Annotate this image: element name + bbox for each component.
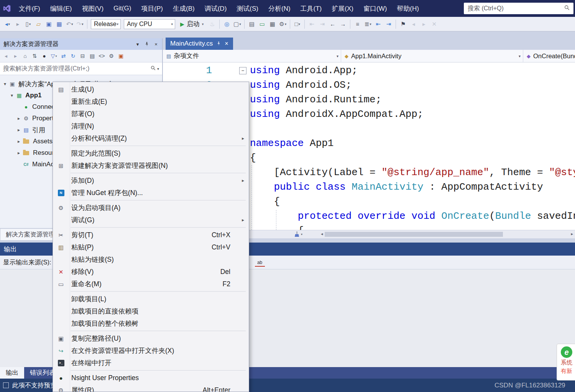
pin-icon[interactable]: [217, 40, 221, 48]
menubar-item-file[interactable]: 文件(F): [14, 0, 45, 17]
shift-left-icon[interactable]: ⇤: [307, 19, 317, 30]
menubar-item-debug[interactable]: 调试(D): [200, 0, 232, 17]
show-all-files-icon[interactable]: ▤: [87, 51, 97, 61]
document-outline-icon[interactable]: ▢▾: [232, 19, 242, 30]
indent-increase-icon[interactable]: ⇥: [383, 19, 394, 30]
save-icon[interactable]: ▣: [44, 19, 54, 30]
solution-explorer-search-input[interactable]: 搜索解决方案资源管理器(Ctrl+;) ▾: [0, 62, 162, 75]
context-menu-item-remove[interactable]: ✕移除(V)Del: [53, 266, 249, 278]
close-icon[interactable]: ×: [225, 41, 228, 47]
context-menu-item-open-in-terminal[interactable]: >_在终端中打开: [53, 357, 249, 369]
find-in-files-icon[interactable]: ◎: [222, 19, 232, 30]
pending-changes-filter-icon[interactable]: ●: [39, 51, 49, 61]
breadcrumb-0[interactable]: ▤杂项文件▾: [163, 50, 341, 62]
preview-selected-items-icon[interactable]: ▣: [116, 51, 126, 61]
home-icon[interactable]: ⌂: [20, 51, 30, 61]
context-menu-item-add[interactable]: 添加(D)▸: [53, 174, 249, 187]
expand-arrow-icon[interactable]: ▸: [15, 116, 22, 121]
navigate-forward-icon[interactable]: ▸: [11, 51, 20, 61]
indent-decrease-icon[interactable]: ⇤: [373, 19, 383, 30]
scroll-right-icon[interactable]: ▸: [571, 231, 573, 236]
menubar-item-help[interactable]: 帮助(H): [392, 0, 424, 17]
context-menu-item-open-folder-in-file-explorer[interactable]: ↪在文件资源管理器中打开文件夹(X): [53, 344, 249, 357]
menubar-item-project[interactable]: 项目(P): [136, 0, 168, 17]
context-menu-item-manage-nuget-packages[interactable]: N管理 NuGet 程序包(N)...: [53, 187, 249, 199]
context-menu-item-properties[interactable]: ⚙属性(R)Alt+Enter: [53, 384, 249, 392]
context-menu-item-cut[interactable]: ✂剪切(T)Ctrl+X: [53, 229, 249, 241]
context-menu-item-load-entire-dependency-tree[interactable]: 加载项目的整个依赖树: [53, 317, 249, 330]
context-menu-item-copy-full-path[interactable]: ▣复制完整路径(U): [53, 332, 249, 344]
window-menu-icon[interactable]: ▾: [133, 40, 142, 48]
menubar-item-git[interactable]: Git(G): [108, 0, 136, 17]
filter-icon[interactable]: ▽▾: [49, 51, 59, 61]
new-file-icon[interactable]: ▯▾: [23, 19, 33, 30]
menubar-item-analyze[interactable]: 分析(N): [263, 0, 296, 17]
expand-arrow-icon[interactable]: ▾: [8, 93, 15, 98]
navigate-back-icon[interactable]: ◂: [1, 51, 11, 61]
solution-configurations-combo[interactable]: Release▾: [91, 19, 121, 29]
context-menu-item-paste-as-link[interactable]: 粘贴为链接(S): [53, 253, 249, 266]
context-menu-item-unload-project[interactable]: 卸载项目(L): [53, 293, 249, 305]
context-menu-item-scope-to-this[interactable]: 限定为此范围(S): [53, 147, 249, 159]
context-menu-item-build[interactable]: ▤生成(U): [53, 83, 249, 95]
expand-arrow-icon[interactable]: ▸: [15, 150, 22, 156]
pin-icon[interactable]: [142, 40, 151, 48]
menubar-item-edit[interactable]: 编辑(E): [45, 0, 77, 17]
comment-icon[interactable]: ≣▾: [363, 19, 373, 30]
breadcrumb-1[interactable]: ◆App1.MainActivity▾: [341, 50, 523, 62]
menubar-item-view[interactable]: 视图(V): [77, 0, 108, 17]
navigate-backward-icon[interactable]: ◂▾: [2, 19, 13, 30]
line-spacing-icon[interactable]: ≡: [352, 19, 363, 30]
context-menu-item-rebuild[interactable]: 重新生成(E): [53, 95, 249, 108]
menubar-item-window[interactable]: 窗口(W): [358, 0, 392, 17]
menubar-item-tools[interactable]: 工具(T): [296, 0, 327, 17]
expand-arrow-icon[interactable]: ▾: [2, 81, 8, 87]
solution-explorer-header[interactable]: 解决方案资源管理器 ▾ ×: [0, 38, 162, 50]
menubar-item-test[interactable]: 测试(S): [232, 0, 263, 17]
go-forward-icon[interactable]: →: [338, 19, 348, 30]
context-menu-item-paste[interactable]: ▥粘贴(P)Ctrl+V: [53, 241, 249, 253]
navigate-forward-icon[interactable]: ▸: [13, 19, 23, 30]
context-menu-item-clean[interactable]: 清理(N): [53, 120, 249, 132]
context-menu-item-set-as-startup-project[interactable]: ⚙设为启动项目(A): [53, 202, 249, 214]
context-menu-item-analyze-and-code-cleanup[interactable]: 分析和代码清理(Z)▸: [53, 132, 249, 144]
clear-bookmarks-icon[interactable]: ✕: [429, 19, 439, 30]
document-tab-mainactivity[interactable]: MainActivity.cs ×: [166, 38, 233, 50]
menubar-item-extensions[interactable]: 扩展(X): [327, 0, 358, 17]
go-back-icon[interactable]: ←: [327, 19, 338, 30]
previous-bookmark-icon[interactable]: ◂: [408, 19, 419, 30]
show-output-window-icon[interactable]: ▤: [246, 19, 257, 30]
sync-with-active-document-icon[interactable]: ⇄: [59, 51, 68, 61]
context-menu-item-load-direct-dependencies[interactable]: 加载项目的直接依赖项: [53, 305, 249, 317]
shift-right-icon[interactable]: ⇥: [317, 19, 327, 30]
properties-window-icon[interactable]: ⚙: [107, 51, 116, 61]
context-menu-item-rename[interactable]: ▭重命名(M)F2: [53, 278, 249, 290]
bookmark-icon[interactable]: ⚑: [398, 19, 408, 30]
context-menu-item-nsight-user-properties[interactable]: ●Nsight User Properties: [53, 372, 249, 384]
code-cleanup-icon[interactable]: ▾: [294, 231, 302, 237]
context-menu-item-debug[interactable]: 调试(G)▸: [53, 214, 249, 226]
scrollbar-thumb[interactable]: [325, 232, 503, 237]
chevron-down-icon[interactable]: ▾: [157, 67, 159, 71]
fold-collapse-icon[interactable]: −: [239, 67, 246, 74]
refresh-icon[interactable]: ↻: [68, 51, 78, 61]
next-bookmark-icon[interactable]: ▸: [419, 19, 429, 30]
switch-views-icon[interactable]: ⇅: [30, 51, 39, 61]
redo-icon[interactable]: ↷▾: [75, 19, 85, 30]
scroll-left-icon[interactable]: ◂: [321, 231, 323, 236]
android-device-manager-icon[interactable]: ▭: [257, 19, 267, 30]
save-all-icon[interactable]: ▦: [54, 19, 64, 30]
clear-all-icon[interactable]: ab: [255, 259, 265, 267]
open-file-icon[interactable]: ▱: [33, 19, 44, 30]
context-menu-item-new-solution-explorer-view[interactable]: ⊞新建解决方案资源管理器视图(N): [53, 159, 249, 172]
quick-search-input[interactable]: 搜索 (Ctrl+Q): [464, 3, 573, 14]
solution-platforms-combo[interactable]: Any CPU▾: [124, 19, 175, 29]
view-code-icon[interactable]: <>: [97, 51, 107, 61]
hot-reload-icon[interactable]: ♨: [207, 19, 217, 30]
expand-arrow-icon[interactable]: ▸: [15, 127, 22, 133]
test-explorer-icon[interactable]: □▾: [292, 19, 302, 30]
profiler-icon[interactable]: ⚙▾: [278, 19, 288, 30]
start-debugging-button[interactable]: ▶启动▾: [177, 20, 207, 28]
notification-popup[interactable]: e 系统 有新: [557, 344, 575, 381]
context-menu-item-deploy[interactable]: 部署(O): [53, 108, 249, 120]
